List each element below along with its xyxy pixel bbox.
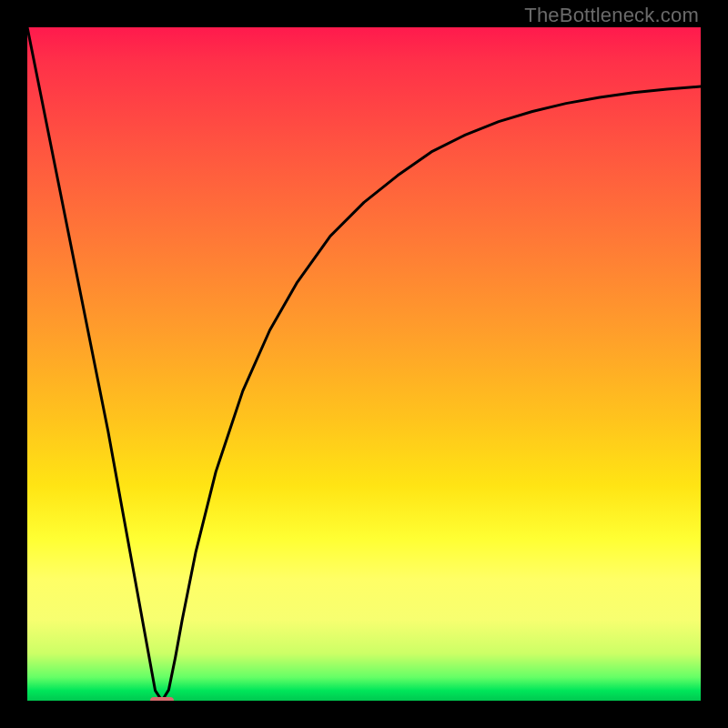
watermark-text: TheBottleneck.com	[524, 4, 699, 27]
plot-area	[27, 27, 701, 701]
curve-svg	[27, 27, 701, 701]
chart-frame: TheBottleneck.com	[0, 0, 728, 728]
optimum-marker	[150, 697, 175, 701]
bottleneck-curve	[27, 27, 701, 701]
